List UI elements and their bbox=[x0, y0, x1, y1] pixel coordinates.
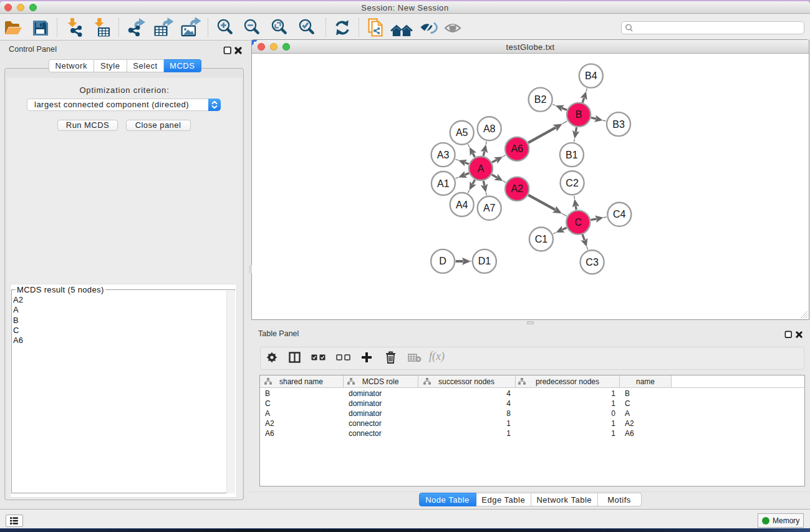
svg-text:B4: B4 bbox=[585, 70, 597, 81]
svg-text:D: D bbox=[439, 256, 446, 266]
svg-text:A8: A8 bbox=[483, 123, 496, 134]
svg-text:B2: B2 bbox=[534, 94, 547, 105]
svg-text:A: A bbox=[478, 163, 485, 174]
svg-text:B3: B3 bbox=[612, 119, 625, 130]
svg-text:A6: A6 bbox=[511, 143, 523, 154]
svg-text:C1: C1 bbox=[535, 234, 548, 244]
svg-text:Memory: Memory bbox=[773, 516, 799, 525]
svg-text:C4: C4 bbox=[613, 209, 626, 220]
svg-text:A4: A4 bbox=[456, 200, 468, 210]
svg-text:A5: A5 bbox=[456, 127, 468, 138]
svg-text:B1: B1 bbox=[566, 150, 578, 160]
svg-text:A1: A1 bbox=[437, 178, 450, 189]
svg-text:C: C bbox=[575, 217, 582, 228]
svg-text:A3: A3 bbox=[437, 150, 450, 160]
svg-text:D1: D1 bbox=[478, 256, 491, 266]
svg-text:A2: A2 bbox=[511, 183, 523, 194]
svg-text:B: B bbox=[576, 109, 582, 120]
svg-text:C3: C3 bbox=[586, 257, 599, 268]
svg-text:C2: C2 bbox=[566, 178, 579, 188]
svg-text:A7: A7 bbox=[483, 203, 496, 213]
